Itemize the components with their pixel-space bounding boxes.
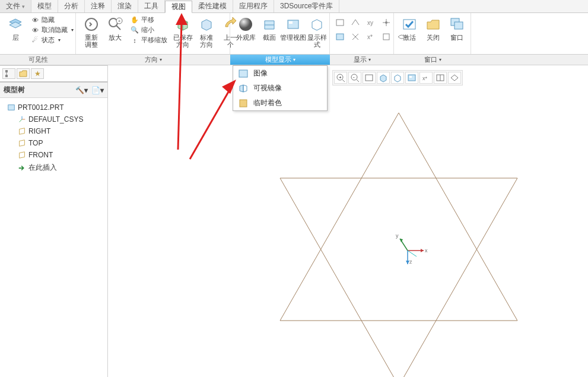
- svg-rect-21: [240, 100, 247, 107]
- tab-label: 3DSource零件库: [280, 1, 333, 11]
- display-icon-1[interactable]: [333, 17, 347, 28]
- display-style-label: 显示样 式: [307, 34, 327, 48]
- dropdown-visual-mirror[interactable]: 可视镜像: [233, 81, 327, 96]
- vt-zoom-out[interactable]: -: [348, 72, 361, 84]
- vt-saved-view[interactable]: [405, 72, 418, 84]
- tree-item-csys[interactable]: DEFAULT_CSYS: [2, 113, 105, 125]
- csys-icon: [18, 115, 26, 123]
- glabel-text: 窗口: [424, 55, 437, 64]
- dropdown-image[interactable]: 图像: [233, 66, 327, 81]
- tree-item-label: TOP: [28, 139, 43, 147]
- plane-icon: [18, 151, 26, 159]
- tab-label: 视图: [171, 2, 186, 12]
- close-button[interactable]: 关闭: [421, 15, 445, 54]
- page-icon[interactable]: 📄▾: [91, 86, 104, 94]
- dropdown-temp-color[interactable]: 临时着色: [233, 96, 327, 110]
- std-direction-button[interactable]: 标准 方向: [195, 15, 218, 54]
- display-icon-6[interactable]: [349, 31, 362, 43]
- svg-text:z: z: [409, 259, 412, 265]
- group-labels: 可见性 方向▾ 模型显示▾ 显示▾ 窗口▾: [0, 55, 588, 65]
- plane-icon: [18, 139, 26, 147]
- section-button[interactable]: 截面: [258, 15, 281, 54]
- tab-flex[interactable]: 柔性建模: [192, 0, 233, 12]
- refresh-button[interactable]: 重新 调整: [80, 15, 103, 54]
- lp-tab-tree[interactable]: [2, 68, 15, 79]
- tab-view[interactable]: 视图: [165, 1, 192, 13]
- svg-marker-42: [280, 113, 517, 321]
- display-icon-5[interactable]: [333, 31, 347, 43]
- display-icon-7[interactable]: x*: [364, 31, 377, 43]
- lp-tab-star[interactable]: ★: [31, 68, 44, 79]
- file-tab[interactable]: 文件 ▾: [0, 0, 31, 12]
- folder-close-icon: [425, 16, 441, 33]
- zoom-button[interactable]: + 放大: [103, 15, 127, 54]
- tab-analysis[interactable]: 分析: [58, 0, 85, 12]
- layer-button[interactable]: 层: [4, 15, 27, 54]
- vt-fit[interactable]: [363, 72, 376, 84]
- svg-line-29: [20, 119, 22, 122]
- tab-render[interactable]: 渲染: [112, 0, 138, 12]
- tree-item-front[interactable]: FRONT: [2, 149, 105, 161]
- appearance-button[interactable]: 外观库: [234, 15, 258, 54]
- pan-zoom-icon: ↕: [131, 36, 139, 45]
- vt-planes[interactable]: [434, 72, 447, 84]
- glabel-text: 模型显示: [265, 55, 291, 64]
- refresh-label: 重新 调整: [85, 34, 98, 48]
- display-style-button[interactable]: 显示样 式: [305, 15, 329, 54]
- display-icon-8[interactable]: [380, 31, 393, 43]
- check-icon: [401, 16, 418, 33]
- viewport[interactable]: + - x* x y z: [108, 65, 588, 377]
- display-icon-2[interactable]: [349, 17, 362, 28]
- appearance-label: 外观库: [236, 34, 256, 41]
- tab-label: 注释: [91, 1, 105, 11]
- magnifier-plus-icon: +: [107, 16, 123, 33]
- coordinate-axes: x y z: [393, 232, 428, 267]
- display-icon-3[interactable]: xy: [364, 17, 377, 28]
- tab-tools[interactable]: 工具: [138, 0, 165, 12]
- glabel-direction: 方向▾: [76, 55, 230, 65]
- tab-apps[interactable]: 应用程序: [233, 0, 274, 12]
- unhide-button[interactable]: 👁取消隐藏▾: [30, 25, 75, 35]
- color-icon: [238, 99, 249, 108]
- pan-button[interactable]: ✋平移: [129, 15, 169, 25]
- tree-root[interactable]: PRT0012.PRT: [2, 102, 105, 113]
- status-button[interactable]: ☄状态▾: [30, 35, 75, 45]
- svg-rect-36: [365, 75, 373, 81]
- tree-item-top[interactable]: TOP: [2, 137, 105, 149]
- tab-model[interactable]: 模型: [31, 0, 58, 12]
- vt-wireframe[interactable]: [391, 72, 404, 84]
- glabel-model-display[interactable]: 模型显示▾: [230, 55, 330, 65]
- manage-view-label: 管理视图: [280, 34, 306, 41]
- tree-item-label: FRONT: [28, 151, 53, 159]
- display-icon-4[interactable]: [380, 17, 393, 28]
- layer-label: 层: [12, 34, 19, 41]
- shrink-button[interactable]: 🔍缩小: [129, 25, 169, 35]
- tree-item-insert[interactable]: 在此插入: [2, 161, 105, 175]
- group-direction: 重新 调整 + 放大 ✋平移 🔍缩小 ↕平移缩放 已保存 方向 标准 方向: [76, 13, 230, 54]
- svg-rect-38: [409, 76, 412, 78]
- pan-zoom-button[interactable]: ↕平移缩放: [129, 35, 169, 45]
- group-display: xy x*: [330, 13, 394, 54]
- tab-label: 工具: [144, 1, 158, 11]
- activate-button[interactable]: 激活: [398, 15, 421, 54]
- window-button[interactable]: 窗口: [445, 15, 469, 54]
- vt-zoom-in[interactable]: +: [334, 72, 347, 84]
- mirror-icon: [238, 84, 249, 93]
- tab-annotate[interactable]: 注释: [85, 0, 112, 12]
- section-label: 截面: [263, 34, 276, 41]
- window-label: 窗口: [450, 34, 463, 41]
- lp-tab-folder[interactable]: [17, 68, 30, 79]
- saved-direction-button[interactable]: 已保存 方向: [171, 15, 195, 54]
- hammer-icon[interactable]: 🔨▾: [75, 86, 88, 94]
- hide-button[interactable]: 👁隐藏: [30, 15, 75, 25]
- activate-label: 激活: [403, 34, 416, 41]
- saved-dir-label: 已保存 方向: [173, 34, 193, 48]
- tree-item-right[interactable]: RIGHT: [2, 125, 105, 137]
- vt-shade[interactable]: [377, 72, 390, 84]
- vt-annotations[interactable]: [448, 72, 461, 84]
- manage-view-button[interactable]: 管理视图: [281, 15, 305, 54]
- svg-text:x: x: [425, 248, 428, 254]
- tab-3dsource[interactable]: 3DSource零件库: [274, 0, 339, 12]
- vt-csys[interactable]: x*: [419, 72, 433, 84]
- chevron-down-icon: ▾: [368, 57, 371, 62]
